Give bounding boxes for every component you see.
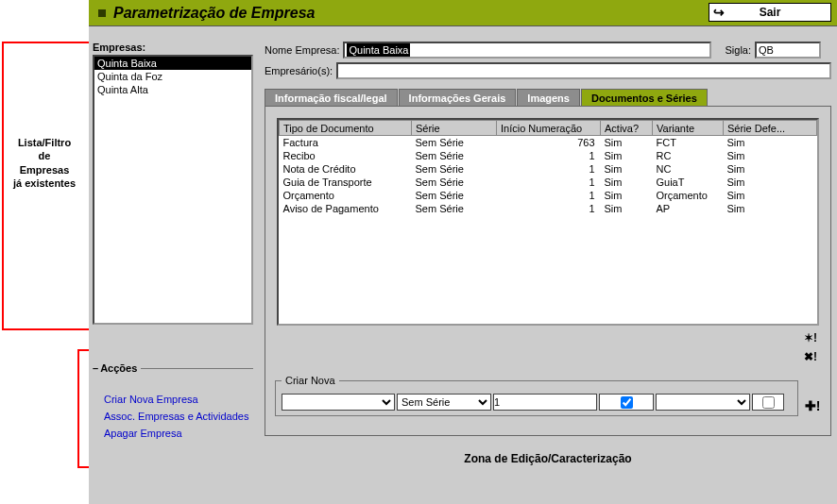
cell-tipo: Guia de Transporte bbox=[280, 176, 412, 189]
table-action-icons: ✶! ✖! bbox=[804, 331, 817, 363]
col-inicio[interactable]: Início Numeração bbox=[497, 121, 601, 136]
sigla-label: Sigla: bbox=[725, 44, 751, 56]
cell-activa: Sim bbox=[601, 189, 653, 202]
delete-icon[interactable]: ✖! bbox=[804, 350, 817, 363]
cell-variante: RC bbox=[653, 149, 724, 162]
cell-serie: Sem Série bbox=[412, 162, 497, 176]
empresario-label: Empresário(s): bbox=[265, 65, 333, 76]
cell-inicio: 1 bbox=[497, 162, 601, 176]
tab-body-documentos: Tipo de Documento Série Início Numeração… bbox=[265, 106, 831, 436]
actions-panel: – Acções Criar Nova Empresa Assoc. Empre… bbox=[93, 362, 253, 442]
table-row[interactable]: ReciboSem Série1SimRCSim bbox=[280, 149, 817, 162]
cell-defeito: Sim bbox=[724, 176, 817, 189]
nome-label: Nome Empresa: bbox=[265, 44, 339, 56]
action-link-assoc[interactable]: Assoc. Empresas e Actividades bbox=[104, 408, 253, 425]
title-bullet-icon bbox=[98, 9, 106, 17]
cell-defeito: Sim bbox=[724, 162, 817, 176]
new-serie-select[interactable]: Sem Série bbox=[397, 394, 491, 411]
cell-activa: Sim bbox=[601, 176, 653, 189]
cell-activa: Sim bbox=[601, 149, 653, 162]
cell-tipo: Recibo bbox=[280, 149, 412, 162]
cell-tipo: Aviso de Pagamento bbox=[280, 202, 412, 215]
documents-table[interactable]: Tipo de Documento Série Início Numeração… bbox=[277, 118, 819, 326]
cell-activa: Sim bbox=[601, 136, 653, 150]
col-activa[interactable]: Activa? bbox=[601, 121, 653, 136]
company-item[interactable]: Quinta Alta bbox=[94, 83, 251, 96]
companies-list[interactable]: Quinta Baixa Quinta da Foz Quinta Alta bbox=[93, 55, 253, 325]
new-variante-select[interactable] bbox=[656, 394, 750, 411]
empresario-input[interactable] bbox=[336, 62, 831, 79]
table-row[interactable]: Aviso de PagamentoSem Série1SimAPSim bbox=[280, 202, 817, 215]
cell-activa: Sim bbox=[601, 202, 653, 215]
table-row[interactable]: Guia de TransporteSem Série1SimGuiaTSim bbox=[280, 176, 817, 189]
exit-button[interactable]: ↪ Sair bbox=[709, 3, 831, 22]
tab-fiscal[interactable]: Informação fiscal/legal bbox=[265, 89, 398, 106]
actions-label: Acções bbox=[100, 362, 137, 374]
table-row[interactable]: FacturaSem Série763SimFCTSim bbox=[280, 136, 817, 150]
main-panel: Empresas: Quinta Baixa Quinta da Foz Qui… bbox=[89, 26, 837, 504]
new-defeito-checkbox-wrap bbox=[752, 394, 784, 411]
cell-defeito: Sim bbox=[724, 149, 817, 162]
companies-label: Empresas: bbox=[93, 42, 253, 53]
cell-variante: GuiaT bbox=[653, 176, 724, 189]
cell-inicio: 1 bbox=[497, 202, 601, 215]
actions-header: – Acções bbox=[93, 362, 253, 374]
criar-nova-fieldset: Criar Nova Sem Série bbox=[275, 375, 798, 416]
cell-serie: Sem Série bbox=[412, 149, 497, 162]
col-variante[interactable]: Variante bbox=[653, 121, 724, 136]
refresh-icon[interactable]: ✶! bbox=[804, 331, 817, 344]
cell-defeito: Sim bbox=[724, 202, 817, 215]
new-activa-checkbox[interactable] bbox=[621, 396, 633, 409]
cell-serie: Sem Série bbox=[412, 136, 497, 150]
tabs-bar: Informação fiscal/legal Informações Gera… bbox=[265, 89, 831, 106]
cell-variante: FCT bbox=[653, 136, 724, 150]
add-row-button[interactable]: ✚! bbox=[803, 397, 822, 414]
cell-defeito: Sim bbox=[724, 136, 817, 150]
cell-variante: NC bbox=[653, 162, 724, 176]
annotation-companies-label: Lista/Filtro de Empresas já existentes bbox=[0, 42, 89, 190]
cell-tipo: Nota de Crédito bbox=[280, 162, 412, 176]
cell-tipo: Factura bbox=[280, 136, 412, 150]
collapse-dash-icon[interactable]: – bbox=[93, 362, 98, 374]
cell-serie: Sem Série bbox=[412, 176, 497, 189]
exit-button-label: Sair bbox=[760, 6, 781, 19]
nome-input[interactable]: Quinta Baixa bbox=[343, 42, 711, 59]
col-tipo[interactable]: Tipo de Documento bbox=[280, 121, 412, 136]
table-row[interactable]: OrçamentoSem Série1SimOrçamentoSim bbox=[280, 189, 817, 202]
page-title: Parametrização de Empresa bbox=[113, 5, 315, 22]
col-serie[interactable]: Série bbox=[412, 121, 497, 136]
exit-arrow-icon: ↪ bbox=[713, 5, 725, 20]
cell-variante: AP bbox=[653, 202, 724, 215]
company-item[interactable]: Quinta Baixa bbox=[94, 57, 251, 70]
cell-inicio: 1 bbox=[497, 176, 601, 189]
cell-inicio: 763 bbox=[497, 136, 601, 150]
table-row[interactable]: Nota de CréditoSem Série1SimNCSim bbox=[280, 162, 817, 176]
cell-inicio: 1 bbox=[497, 149, 601, 162]
tab-gerais[interactable]: Informações Gerais bbox=[399, 89, 517, 106]
action-link-delete[interactable]: Apagar Empresa bbox=[104, 425, 253, 442]
criar-nova-legend: Criar Nova bbox=[282, 375, 339, 386]
new-defeito-checkbox[interactable] bbox=[762, 396, 775, 409]
divider-line bbox=[141, 368, 253, 369]
cell-inicio: 1 bbox=[497, 189, 601, 202]
new-activa-checkbox-wrap bbox=[599, 394, 654, 411]
cell-variante: Orçamento bbox=[653, 189, 724, 202]
new-tipo-select[interactable] bbox=[282, 394, 395, 411]
cell-defeito: Sim bbox=[724, 189, 817, 202]
cell-serie: Sem Série bbox=[412, 189, 497, 202]
title-bar: Parametrização de Empresa ↪ Sair bbox=[89, 0, 837, 26]
new-inicio-input[interactable] bbox=[493, 394, 597, 411]
cell-tipo: Orçamento bbox=[280, 189, 412, 202]
tab-documentos[interactable]: Documentos e Séries bbox=[581, 89, 708, 106]
action-link-new-company[interactable]: Criar Nova Empresa bbox=[104, 391, 253, 408]
tab-imagens[interactable]: Imagens bbox=[517, 89, 580, 106]
companies-sidebar: Empresas: Quinta Baixa Quinta da Foz Qui… bbox=[93, 42, 253, 327]
col-defeito[interactable]: Série Defe... bbox=[724, 121, 817, 136]
cell-serie: Sem Série bbox=[412, 202, 497, 215]
company-item[interactable]: Quinta da Foz bbox=[94, 70, 251, 83]
edit-zone: Nome Empresa: Quinta Baixa Sigla: Empres… bbox=[265, 42, 831, 498]
annotation-editzone-label: Zona de Edição/Caracterização bbox=[265, 452, 830, 465]
sigla-input[interactable] bbox=[755, 42, 821, 59]
cell-activa: Sim bbox=[601, 162, 653, 176]
